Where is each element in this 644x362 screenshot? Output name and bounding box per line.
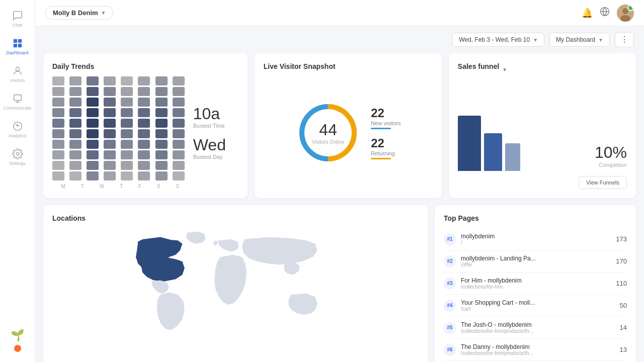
sidebar-item-chat[interactable]: Chat [0, 5, 35, 33]
heatmap-cell [173, 171, 185, 180]
heatmap-cell [173, 140, 185, 149]
heatmap-cell [121, 76, 133, 85]
heatmap-grid [52, 76, 188, 180]
heatmap-cell [173, 108, 185, 117]
busiest-day-label: Busiest Day [193, 154, 238, 160]
funnel-content: 10% Completion [458, 82, 627, 171]
heatmap-cell [52, 98, 64, 107]
heatmap-cell [138, 119, 150, 128]
heatmap-cell [87, 140, 99, 149]
heatmap-cell [155, 119, 168, 128]
heatmap-cell [52, 150, 64, 159]
page-url: /collections/for-him/products/th... [461, 328, 615, 334]
donut-center: 44 Visitors Online [312, 121, 344, 145]
heatmap-cell [87, 161, 99, 170]
heatmap-cell [121, 161, 133, 170]
analytics-icon [12, 121, 23, 132]
sidebar-bottom: 🌱 [11, 329, 24, 357]
user-avatar[interactable] [617, 5, 634, 22]
heatmap-cell [121, 119, 133, 128]
returning-value: 22 [371, 136, 400, 150]
sidebar-item-settings[interactable]: Settings [0, 143, 35, 171]
page-item: #2 mollybdenim - Landing Pa... /offer 17… [444, 250, 627, 273]
heatmap-cell [104, 129, 116, 138]
topbar: Molly B Denim ▼ 🔔 [35, 0, 644, 26]
page-info: mollybdenim - Landing Pa... /offer [461, 255, 611, 267]
sidebar-label-dashboard: Dashboard [6, 50, 28, 55]
date-picker[interactable]: Wed, Feb 3 - Wed, Feb 10 ▼ [452, 33, 544, 47]
sidebar-item-analytics[interactable]: Analytics [0, 116, 35, 143]
visitors-icon [12, 65, 23, 76]
heatmap-cell [138, 129, 150, 138]
dashboard-chevron-icon: ▼ [598, 37, 603, 43]
svg-rect-2 [13, 44, 17, 47]
heatmap-cell [69, 119, 82, 128]
funnel-completion-pct: 10% [595, 143, 627, 162]
page-url: / [461, 240, 611, 245]
visitors-online-label: Visitors Online [312, 139, 344, 145]
page-info: mollybdenim / [461, 233, 611, 245]
sidebar-label-visitors: Visitors [10, 78, 25, 83]
page-item: #4 Your Shopping Cart - moll... /cart 50 [444, 295, 627, 317]
heatmap-cell [52, 87, 64, 96]
date-range-label: Wed, Feb 3 - Wed, Feb 10 [459, 36, 530, 43]
page-info: Your Shopping Cart - moll... /cart [461, 299, 615, 312]
page-name: mollybdenim [461, 233, 611, 240]
svg-rect-0 [13, 39, 17, 43]
heatmap-cell [87, 129, 99, 138]
page-url: /cart [461, 306, 615, 312]
heatmap-cell [138, 171, 150, 180]
heatmap-cell [87, 108, 99, 117]
sidebar-item-communicate[interactable]: Communicate [0, 88, 35, 116]
page-count: 110 [616, 280, 627, 287]
funnel-bar-3 [505, 143, 520, 171]
visitor-inner: 44 Visitors Online 22 New visitors 22 Re… [264, 76, 433, 189]
dashboard-icon [12, 38, 23, 49]
heatmap-cell [69, 108, 82, 117]
chat-icon [12, 10, 23, 21]
trends-stats: 10a Busiest Time Wed Busiest Day [193, 106, 238, 160]
busiest-day-stat: Wed Busiest Day [193, 137, 238, 160]
orange-dot [14, 345, 21, 352]
map-container [52, 228, 419, 339]
page-rank: #5 [444, 322, 456, 334]
notification-icon[interactable]: 🔔 [582, 8, 593, 19]
heatmap-cell [155, 108, 168, 117]
page-count: 50 [620, 302, 627, 309]
heatmap-cell [138, 76, 150, 85]
heatmap-cell [104, 140, 116, 149]
heatmap-cell [155, 140, 168, 149]
heatmap-cell [138, 98, 150, 107]
heatmap-cell [104, 98, 116, 107]
funnel-bar-1 [458, 116, 481, 171]
funnel-title-row: Sales funnel ▼ [458, 62, 627, 76]
top-pages-title: Top Pages [444, 214, 627, 222]
brand-selector[interactable]: Molly B Denim ▼ [45, 6, 113, 20]
svg-point-4 [16, 67, 19, 71]
daily-trends-card: Daily Trends M T W T F S S [43, 53, 248, 198]
sidebar-item-dashboard[interactable]: Dashboard [0, 33, 35, 60]
returning-bar [371, 158, 391, 159]
page-item: #6 The Danny - mollybdenim /collections/… [444, 339, 627, 361]
funnel-bar-2 [484, 133, 502, 171]
page-item: #1 mollybdenim / 173 [444, 228, 627, 250]
heatmap-cell [52, 171, 64, 180]
dashboard-selector[interactable]: My Dashboard ▼ [549, 33, 610, 47]
top-pages-list: #1 mollybdenim / 173 #2 mollybdenim - La… [444, 228, 627, 361]
heatmap-cell [87, 150, 99, 159]
new-visitors-value: 22 [371, 106, 400, 120]
search-globe-icon[interactable] [600, 7, 610, 19]
world-map-svg [52, 228, 419, 339]
heatmap-cell [69, 76, 82, 85]
more-options-button[interactable]: ⋮ [615, 32, 634, 47]
heatmap-cell [104, 161, 116, 170]
heatmap-cell [104, 171, 116, 180]
view-funnels-button[interactable]: View Funnels [579, 176, 627, 189]
sales-funnel-card: Sales funnel ▼ 10% Completion View Funne… [449, 53, 636, 198]
live-visitor-title: Live Visitor Snapshot [264, 62, 433, 70]
topbar-right: 🔔 [582, 5, 634, 22]
settings-icon [12, 148, 23, 159]
heatmap-cell [138, 108, 150, 117]
sidebar-item-visitors[interactable]: Visitors [0, 60, 35, 88]
funnel-bars [458, 116, 586, 171]
